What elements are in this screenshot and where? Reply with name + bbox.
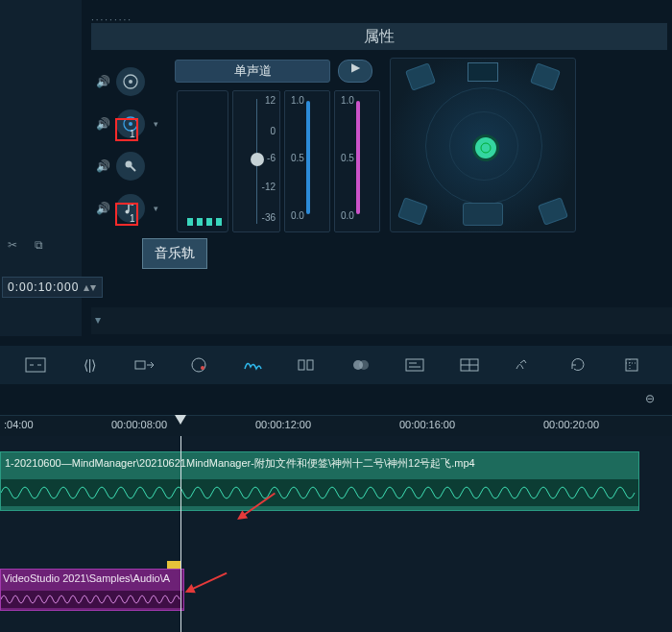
svg-rect-17 [626,359,637,371]
svg-rect-15 [406,359,423,371]
tool-subtitle-icon[interactable] [404,355,425,375]
audio-clip-name: VideoStudio 2021\Samples\Audio\A [3,572,180,584]
slider-label: 0.0 [291,210,304,221]
svg-point-1 [129,80,132,84]
video-clip-name: 1-20210600—MindManager\20210621MindManag… [5,456,475,471]
surround-panner[interactable] [390,58,576,232]
panel-title-label: 属性 [364,28,395,44]
tool-color-wheel-icon[interactable] [187,355,208,375]
tool-track-transparency-icon[interactable] [350,355,372,375]
svg-point-14 [359,360,369,370]
chevron-down-icon[interactable]: ▾ [151,203,160,214]
channel-mode[interactable]: 单声道 [175,60,330,83]
svg-point-6 [481,143,491,153]
gain-slider[interactable]: 12 0 -6 -12 -36 [232,90,280,232]
svg-point-10 [201,366,204,370]
slider-label: 0.0 [341,210,354,221]
waveform [1,479,638,506]
track-overlay[interactable]: 🔊 1 ▾ [96,109,160,138]
track-toggle-group: 🔊 🔊 1 ▾ 🔊 🔊 1 ▾ [96,67,160,223]
slider-label: 0.5 [341,153,354,163]
mixer-area: ::::::::: 属性 单声道 ▶ 🔊 🔊 1 ▾ 🔊 🔊 [0,0,672,336]
speaker-rr-icon[interactable] [538,197,568,226]
playhead[interactable] [180,436,181,632]
tool-crop-icon[interactable] [621,355,642,375]
gain-knob[interactable] [251,153,264,166]
tooltip-label: 音乐轨 [155,245,195,260]
annotation-box [115,118,138,141]
speaker-fr-icon[interactable] [530,62,561,91]
svg-rect-12 [307,360,313,370]
ruler-label: :04:00 [4,419,34,430]
vu-meter [177,90,228,232]
left-level-slider[interactable]: 1.0 0.5 0.0 [284,90,330,232]
subwoofer-icon[interactable] [463,203,503,226]
speaker-icon[interactable]: 🔊 [96,202,110,215]
tool-chapter-icon[interactable] [296,355,317,375]
svg-point-9 [192,358,205,372]
v-scrollbar[interactable]: ▾ [91,307,672,334]
tool-fit[interactable] [25,355,46,375]
mic-icon[interactable] [116,152,145,181]
copy-icon[interactable]: ⧉ [35,238,43,252]
tool-split-arrows[interactable]: ⟨|⟩ [79,355,100,375]
speaker-icon[interactable]: 🔊 [96,75,110,88]
pan-cursor[interactable] [472,134,499,161]
track-voice[interactable]: 🔊 [96,152,160,181]
speaker-icon[interactable]: 🔊 [96,117,110,131]
right-level-slider[interactable]: 1.0 0.5 0.0 [334,90,380,232]
svg-rect-8 [135,361,145,369]
tool-grid-icon[interactable] [459,355,480,375]
left-footer-tools: ✂ ⧉ [8,238,43,252]
speaker-fl-icon[interactable] [405,62,436,91]
timeline[interactable]: 1-20210600—MindManager\20210621MindManag… [0,436,672,632]
track-master[interactable]: 🔊 [96,67,160,96]
timecode-value: 0:00:10:000 [8,280,79,294]
tool-motion-icon[interactable] [513,355,534,375]
center-speaker-icon[interactable] [468,62,498,82]
track-music[interactable]: 🔊 1 ▾ [96,194,160,223]
ruler-label: 00:00:16:00 [399,419,455,430]
waveform [1,591,183,608]
slider-label: 1.0 [341,95,354,106]
scroll-down-icon[interactable]: ▾ [95,313,101,327]
ruler-label: 00:00:20:00 [543,419,599,430]
audio-clip[interactable]: VideoStudio 2021\Samples\Audio\A [0,569,184,611]
timecode[interactable]: 0:00:10:000 ▴▾ [2,277,103,298]
slider-label: 0.5 [291,153,304,163]
svg-rect-7 [26,358,45,372]
annotation-arrow [191,572,227,591]
tool-rescan-icon[interactable] [566,355,588,375]
reel-icon[interactable] [116,67,145,96]
tooltip: 音乐轨 [142,238,207,269]
speaker-icon[interactable]: 🔊 [96,159,110,173]
tool-audio-mixer-icon[interactable] [242,355,263,375]
tool-insert[interactable] [133,355,155,375]
ruler-label: 00:00:08:00 [111,419,167,430]
chevron-down-icon[interactable]: ▾ [151,118,160,130]
video-clip[interactable]: 1-20210600—MindManager\20210621MindManag… [0,451,639,511]
svg-rect-11 [299,360,304,370]
speaker-rl-icon[interactable] [397,197,428,226]
annotation-box [115,203,138,226]
zoom-out-icon[interactable]: ⊖ [645,392,655,405]
channel-mode-label: 单声道 [234,63,272,78]
panel-title: 属性 [91,23,667,50]
play-button[interactable]: ▶ [338,60,372,83]
ruler-label: 00:00:12:00 [255,419,311,430]
slider-label: 1.0 [291,95,304,106]
timeline-toolbar: ⟨|⟩ T3D [0,346,672,384]
cut-icon[interactable]: ✂ [8,238,17,252]
time-ruler[interactable]: :04:00 00:00:08:00 00:00:12:00 00:00:16:… [0,415,672,438]
